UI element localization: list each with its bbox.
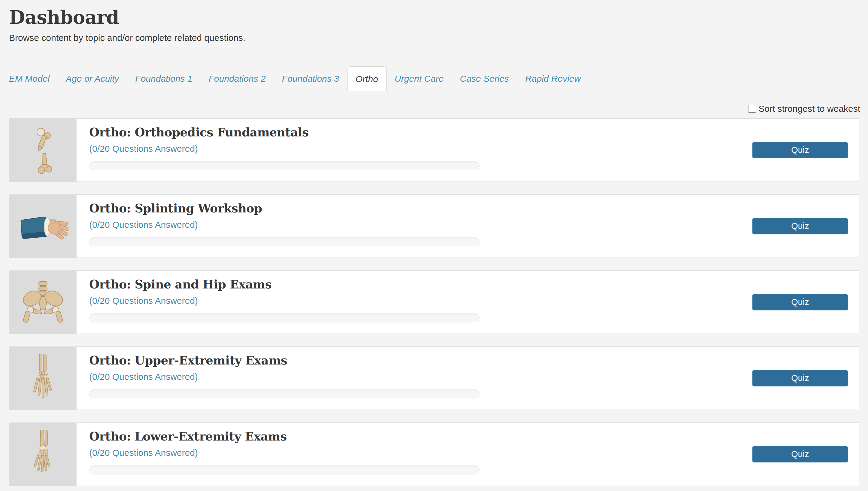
sort-row: Sort strongest to weakest	[0, 104, 868, 114]
progress-bar	[89, 237, 479, 247]
progress-bar	[89, 465, 479, 474]
tab-case-series[interactable]: Case Series	[452, 66, 517, 91]
tab-rapid-review[interactable]: Rapid Review	[517, 66, 589, 91]
course-progress-link[interactable]: (0/20 Questions Answered)	[89, 372, 198, 382]
tab-foundations-2[interactable]: Foundations 2	[200, 66, 274, 91]
progress-bar	[89, 389, 479, 399]
course-title: Ortho: Lower-Extremity Exams	[89, 429, 859, 443]
quiz-button[interactable]: Quiz	[752, 294, 848, 310]
foot-skeleton-icon	[28, 429, 58, 479]
course-body: Ortho: Spine and Hip Exams (0/20 Questio…	[76, 271, 859, 334]
course-card-upper-extremity-exams: Ortho: Upper-Extremity Exams (0/20 Quest…	[9, 346, 859, 410]
tab-foundations-3[interactable]: Foundations 3	[274, 66, 347, 91]
course-list: Ortho: Orthopedics Fundamentals (0/20 Qu…	[9, 118, 859, 486]
progress-bar	[89, 313, 479, 322]
quiz-button[interactable]: Quiz	[752, 218, 848, 234]
course-body: Ortho: Upper-Extremity Exams (0/20 Quest…	[76, 347, 859, 410]
course-progress-link[interactable]: (0/20 Questions Answered)	[89, 448, 198, 458]
course-card-orthopedics-fundamentals: Ortho: Orthopedics Fundamentals (0/20 Qu…	[9, 118, 859, 182]
hand-skeleton-icon	[28, 353, 58, 403]
quiz-button[interactable]: Quiz	[752, 142, 848, 158]
course-thumbnail	[9, 347, 76, 410]
course-progress-link[interactable]: (0/20 Questions Answered)	[89, 144, 198, 154]
pelvis-icon	[19, 280, 67, 325]
tab-urgent-care[interactable]: Urgent Care	[386, 66, 452, 91]
course-thumbnail	[9, 195, 76, 258]
splinted-hand-icon	[18, 210, 68, 243]
course-body: Ortho: Splinting Workshop (0/20 Question…	[76, 195, 859, 258]
page-subtitle: Browse content by topic and/or complete …	[9, 33, 859, 43]
course-card-spine-and-hip-exams: Ortho: Spine and Hip Exams (0/20 Questio…	[9, 270, 859, 334]
page-header: Dashboard Browse content by topic and/or…	[0, 0, 868, 57]
course-title: Ortho: Upper-Extremity Exams	[89, 353, 859, 367]
topic-tab-bar: EM Model Age or Acuity Foundations 1 Fou…	[0, 57, 868, 91]
course-body: Ortho: Lower-Extremity Exams (0/20 Quest…	[76, 423, 859, 486]
page-title: Dashboard	[9, 7, 859, 28]
sort-label: Sort strongest to weakest	[759, 104, 861, 114]
course-card-splinting-workshop: Ortho: Splinting Workshop (0/20 Question…	[9, 195, 859, 258]
course-title: Ortho: Spine and Hip Exams	[89, 277, 859, 291]
course-thumbnail	[9, 423, 76, 486]
course-title: Ortho: Splinting Workshop	[89, 201, 859, 215]
course-card-lower-extremity-exams: Ortho: Lower-Extremity Exams (0/20 Quest…	[9, 423, 859, 486]
quiz-button[interactable]: Quiz	[752, 370, 848, 386]
quiz-button[interactable]: Quiz	[752, 446, 848, 462]
progress-bar	[89, 162, 479, 170]
tab-em-model[interactable]: EM Model	[9, 66, 58, 91]
sort-checkbox[interactable]	[748, 105, 756, 113]
tab-ortho[interactable]: Ortho	[347, 66, 386, 91]
course-thumbnail	[9, 271, 76, 334]
tab-foundations-1[interactable]: Foundations 1	[127, 66, 200, 91]
tab-age-or-acuity[interactable]: Age or Acuity	[58, 66, 127, 91]
course-body: Ortho: Orthopedics Fundamentals (0/20 Qu…	[76, 119, 859, 181]
course-thumbnail	[9, 119, 76, 181]
fractured-femur-icon	[26, 126, 59, 174]
course-title: Ortho: Orthopedics Fundamentals	[89, 125, 859, 139]
course-progress-link[interactable]: (0/20 Questions Answered)	[89, 220, 198, 230]
course-progress-link[interactable]: (0/20 Questions Answered)	[89, 296, 198, 306]
